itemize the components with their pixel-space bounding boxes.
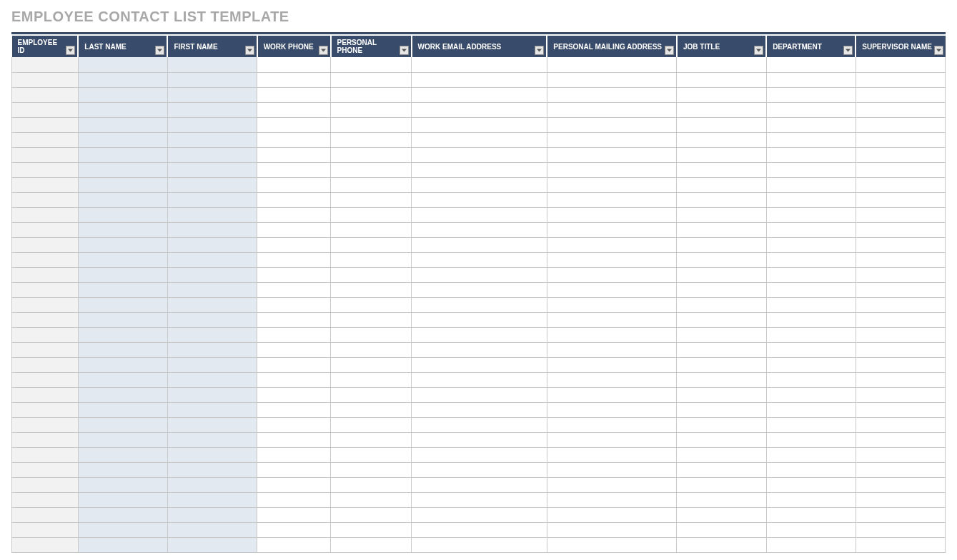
table-cell[interactable] (766, 87, 856, 102)
table-cell[interactable] (677, 507, 766, 522)
table-cell[interactable] (257, 537, 331, 552)
table-cell[interactable] (547, 387, 677, 402)
table-cell[interactable] (78, 477, 167, 492)
table-cell[interactable] (257, 117, 331, 132)
table-cell[interactable] (331, 402, 412, 417)
table-cell[interactable] (257, 477, 331, 492)
table-cell[interactable] (547, 297, 677, 312)
table-cell[interactable] (331, 372, 412, 387)
table-cell[interactable] (677, 297, 766, 312)
table-cell[interactable] (412, 267, 547, 282)
table-cell[interactable] (547, 507, 677, 522)
table-cell[interactable] (167, 87, 257, 102)
table-cell[interactable] (78, 267, 167, 282)
table-cell[interactable] (12, 417, 79, 432)
table-cell[interactable] (766, 402, 856, 417)
table-cell[interactable] (78, 387, 167, 402)
table-cell[interactable] (257, 252, 331, 267)
table-cell[interactable] (766, 192, 856, 207)
table-cell[interactable] (856, 72, 945, 87)
table-cell[interactable] (856, 522, 945, 537)
table-cell[interactable] (331, 462, 412, 477)
table-cell[interactable] (856, 267, 945, 282)
table-cell[interactable] (12, 162, 79, 177)
table-cell[interactable] (167, 57, 257, 72)
table-cell[interactable] (856, 87, 945, 102)
table-cell[interactable] (331, 192, 412, 207)
table-cell[interactable] (257, 432, 331, 447)
table-cell[interactable] (331, 87, 412, 102)
table-cell[interactable] (257, 417, 331, 432)
filter-dropdown-icon[interactable] (665, 46, 674, 55)
table-cell[interactable] (677, 162, 766, 177)
table-cell[interactable] (12, 387, 79, 402)
table-cell[interactable] (766, 477, 856, 492)
table-cell[interactable] (412, 87, 547, 102)
table-cell[interactable] (78, 417, 167, 432)
table-cell[interactable] (547, 222, 677, 237)
table-cell[interactable] (766, 447, 856, 462)
table-cell[interactable] (78, 207, 167, 222)
table-cell[interactable] (167, 102, 257, 117)
table-cell[interactable] (766, 57, 856, 72)
table-cell[interactable] (12, 267, 79, 282)
table-cell[interactable] (257, 312, 331, 327)
table-cell[interactable] (78, 237, 167, 252)
table-cell[interactable] (78, 177, 167, 192)
table-cell[interactable] (167, 492, 257, 507)
table-cell[interactable] (331, 342, 412, 357)
table-cell[interactable] (167, 327, 257, 342)
table-cell[interactable] (856, 252, 945, 267)
table-cell[interactable] (412, 462, 547, 477)
table-cell[interactable] (677, 357, 766, 372)
table-cell[interactable] (331, 357, 412, 372)
table-cell[interactable] (412, 177, 547, 192)
table-cell[interactable] (12, 522, 79, 537)
table-cell[interactable] (167, 387, 257, 402)
table-cell[interactable] (412, 372, 547, 387)
table-cell[interactable] (547, 237, 677, 252)
table-cell[interactable] (331, 237, 412, 252)
table-cell[interactable] (677, 252, 766, 267)
table-cell[interactable] (856, 117, 945, 132)
table-cell[interactable] (78, 432, 167, 447)
table-cell[interactable] (856, 432, 945, 447)
table-cell[interactable] (412, 147, 547, 162)
table-cell[interactable] (677, 57, 766, 72)
table-cell[interactable] (677, 342, 766, 357)
table-cell[interactable] (547, 492, 677, 507)
table-cell[interactable] (677, 492, 766, 507)
table-cell[interactable] (856, 162, 945, 177)
table-cell[interactable] (677, 207, 766, 222)
table-cell[interactable] (331, 222, 412, 237)
table-cell[interactable] (766, 357, 856, 372)
table-cell[interactable] (766, 252, 856, 267)
table-cell[interactable] (856, 132, 945, 147)
table-cell[interactable] (167, 72, 257, 87)
table-cell[interactable] (167, 282, 257, 297)
table-cell[interactable] (12, 477, 79, 492)
table-cell[interactable] (12, 147, 79, 162)
table-cell[interactable] (12, 297, 79, 312)
table-cell[interactable] (257, 462, 331, 477)
table-cell[interactable] (766, 222, 856, 237)
table-cell[interactable] (856, 192, 945, 207)
table-cell[interactable] (856, 297, 945, 312)
table-cell[interactable] (257, 192, 331, 207)
table-cell[interactable] (677, 192, 766, 207)
table-cell[interactable] (547, 342, 677, 357)
table-cell[interactable] (257, 267, 331, 282)
filter-dropdown-icon[interactable] (319, 46, 328, 55)
table-cell[interactable] (856, 102, 945, 117)
table-cell[interactable] (547, 432, 677, 447)
table-cell[interactable] (677, 462, 766, 477)
table-cell[interactable] (547, 252, 677, 267)
filter-dropdown-icon[interactable] (535, 46, 544, 55)
table-cell[interactable] (766, 132, 856, 147)
table-cell[interactable] (547, 372, 677, 387)
table-cell[interactable] (78, 372, 167, 387)
table-cell[interactable] (78, 342, 167, 357)
table-cell[interactable] (257, 447, 331, 462)
table-cell[interactable] (331, 117, 412, 132)
table-cell[interactable] (257, 132, 331, 147)
